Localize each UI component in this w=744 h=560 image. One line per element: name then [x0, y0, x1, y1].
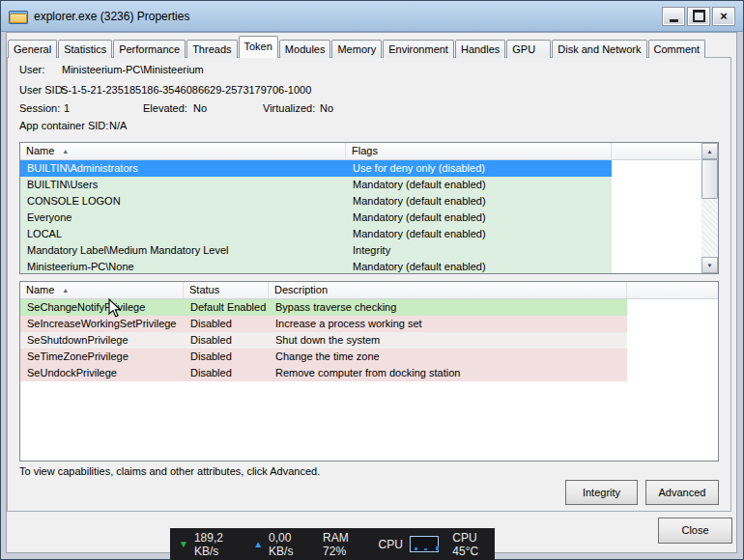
window-title: explorer.exe (3236) Properties [34, 10, 660, 23]
minimize-button[interactable] [662, 7, 685, 26]
download-arrow-icon: ▼ [179, 539, 188, 549]
privilege-row-setimezone[interactable]: SeTimeZonePrivilege Disabled Change the … [20, 349, 627, 365]
privilege-name: SeUndockPrivilege [20, 365, 184, 381]
group-row-builtin-users[interactable]: BUILTIN\Users Mandatory (default enabled… [20, 177, 612, 193]
group-flags: Mandatory (default enabled) [346, 210, 612, 226]
privilege-status: Disabled [184, 349, 269, 365]
upload-arrow-icon: ▲ [253, 539, 263, 549]
user-sid-value: S-1-5-21-235185186-3546086629-2573179706… [61, 84, 311, 98]
tab-comment[interactable]: Comment [648, 40, 706, 58]
privileges-column-blank [627, 282, 718, 298]
group-name: Mandatory Label\Medium Mandatory Level [20, 242, 346, 259]
properties-window: explorer.exe (3236) Properties × General… [0, 0, 744, 560]
privilege-description: Increase a process working set [269, 316, 627, 332]
tab-gpu[interactable]: GPU [506, 40, 551, 58]
group-flags: Use for deny only (disabled) [346, 160, 612, 177]
tab-strip: General Statistics Performance Threads T… [8, 37, 706, 58]
maximize-icon [693, 10, 705, 22]
privilege-name: SeTimeZonePrivilege [20, 349, 184, 365]
tab-environment[interactable]: Environment [383, 40, 454, 58]
privilege-description: Shut down the system [269, 332, 627, 349]
privileges-list: Name▲ Status Description SeChangeNotifyP… [19, 281, 719, 462]
privilege-description: Change the time zone [269, 349, 627, 365]
app-container-sid-value: N/A [109, 120, 127, 133]
system-monitor-widget[interactable]: ▼ 189,2 KB/s ▲ 0,00 KB/s RAM 72% CPU CPU… [170, 528, 495, 560]
group-name: Ministeerium-PC\None [20, 259, 346, 274]
elevated-value: No [193, 102, 207, 116]
privilege-name: SeIncreaseWorkingSetPrivilege [20, 316, 184, 332]
tab-memory[interactable]: Memory [331, 40, 382, 58]
privileges-column-status[interactable]: Status [184, 282, 269, 298]
user-value: Ministeerium-PC\Ministeerium [62, 64, 204, 77]
session-value: 1 [64, 102, 70, 116]
cpu-temperature: CPU 45°C [452, 531, 495, 558]
advanced-note: To view capabilities, claims and other a… [19, 465, 320, 477]
scroll-down-button[interactable]: ▼ [701, 257, 718, 273]
close-icon: × [720, 10, 728, 22]
privilege-row-seundock[interactable]: SeUndockPrivilege Disabled Remove comput… [20, 365, 627, 381]
scroll-up-icon: ▲ [707, 149, 713, 154]
groups-list-header: Name▲ Flags [20, 143, 718, 160]
group-flags: Integrity [346, 242, 612, 259]
advanced-button[interactable]: Advanced [645, 480, 719, 505]
groups-column-name[interactable]: Name▲ [20, 143, 346, 159]
group-name: Everyone [20, 210, 346, 226]
scroll-up-button[interactable]: ▲ [701, 143, 718, 159]
tab-performance[interactable]: Performance [113, 40, 186, 58]
tab-statistics[interactable]: Statistics [58, 40, 112, 58]
groups-rows: BUILTIN\Administrators Use for deny only… [20, 160, 718, 274]
tab-token[interactable]: Token [239, 36, 278, 58]
group-flags: Mandatory (default enabled) [346, 226, 612, 242]
group-row-console-logon[interactable]: CONSOLE LOGON Mandatory (default enabled… [20, 193, 612, 210]
privilege-status: Disabled [184, 316, 269, 332]
integrity-button[interactable]: Integrity [565, 480, 638, 505]
sort-ascending-icon: ▲ [62, 148, 69, 154]
group-name: LOCAL [20, 226, 346, 242]
tab-modules[interactable]: Modules [279, 40, 331, 58]
elevated-label: Elevated: [143, 102, 187, 116]
group-row-builtin-administrators[interactable]: BUILTIN\Administrators Use for deny only… [20, 160, 612, 177]
groups-column-flags[interactable]: Flags [346, 143, 612, 159]
app-container-sid-label: App container SID: [19, 120, 108, 133]
privileges-column-name[interactable]: Name▲ [20, 282, 184, 298]
user-sid-label: User SID: [19, 84, 66, 98]
privilege-row-seshutdown[interactable]: SeShutdownPrivilege Disabled Shut down t… [20, 332, 627, 349]
group-row-everyone[interactable]: Everyone Mandatory (default enabled) [20, 210, 612, 226]
group-name: BUILTIN\Administrators [20, 160, 346, 177]
scroll-down-icon: ▼ [707, 263, 713, 268]
privilege-status: Disabled [184, 332, 269, 349]
minimize-icon [670, 19, 678, 22]
titlebar[interactable]: explorer.exe (3236) Properties × [1, 1, 743, 32]
group-flags: Mandatory (default enabled) [346, 259, 612, 274]
privileges-list-header: Name▲ Status Description [20, 282, 718, 299]
scrollbar-thumb[interactable] [701, 159, 718, 199]
privilege-row-seincreaseworkingset[interactable]: SeIncreaseWorkingSetPrivilege Disabled I… [20, 316, 627, 332]
download-speed: 189,2 KB/s [194, 531, 239, 558]
group-row-mandatory-label[interactable]: Mandatory Label\Medium Mandatory Level I… [20, 242, 612, 259]
groups-scrollbar[interactable]: ▲ ▼ [701, 143, 718, 273]
close-button[interactable]: Close [658, 518, 732, 544]
privilege-name: SeChangeNotifyPrivilege [20, 299, 184, 316]
group-row-none[interactable]: Ministeerium-PC\None Mandatory (default … [20, 259, 612, 274]
tab-general[interactable]: General [8, 40, 57, 58]
sort-ascending-icon: ▲ [62, 287, 69, 294]
tab-disk-and-network[interactable]: Disk and Network [552, 40, 646, 58]
cpu-label: CPU [379, 538, 403, 551]
virtualized-label: Virtualized: [263, 102, 315, 116]
group-row-local[interactable]: LOCAL Mandatory (default enabled) [20, 226, 612, 242]
tab-handles[interactable]: Handles [455, 40, 505, 58]
group-name: BUILTIN\Users [20, 177, 346, 193]
tab-threads[interactable]: Threads [186, 40, 237, 58]
virtualized-value: No [320, 102, 333, 116]
maximize-button[interactable] [687, 7, 710, 26]
session-label: Session: [19, 102, 60, 116]
privilege-name: SeShutdownPrivilege [20, 332, 184, 349]
close-window-button[interactable]: × [712, 7, 735, 26]
privileges-column-description[interactable]: Description [269, 282, 627, 298]
group-flags: Mandatory (default enabled) [346, 177, 612, 193]
privilege-description: Remove computer from docking station [269, 365, 627, 381]
privilege-status: Disabled [184, 365, 269, 381]
ram-usage: RAM 72% [323, 531, 364, 558]
explorer-folder-icon [9, 9, 27, 23]
privilege-status: Default Enabled [184, 299, 269, 316]
